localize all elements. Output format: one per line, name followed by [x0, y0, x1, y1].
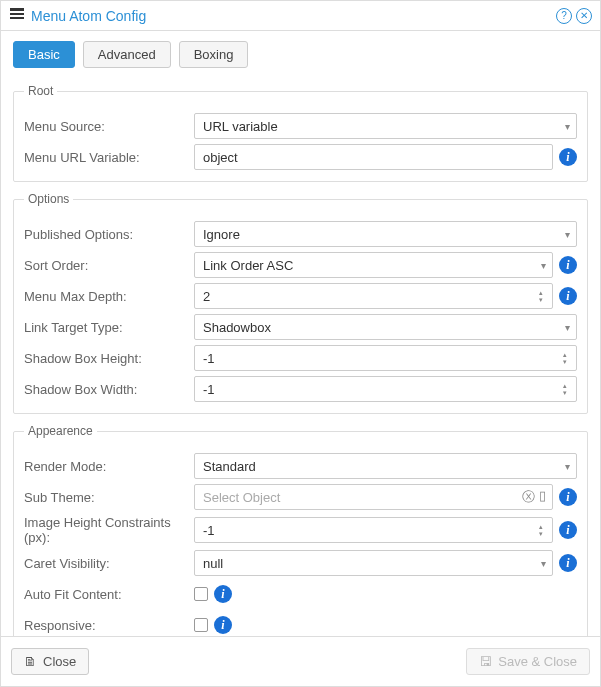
save-icon: 🖫 — [479, 654, 492, 669]
label-link-target-type: Link Target Type: — [24, 320, 194, 335]
chevron-down-icon: ▾ — [565, 121, 570, 132]
group-root: Root Menu Source: URL variable ▾ Menu UR… — [13, 84, 588, 182]
save-close-button[interactable]: 🖫 Save & Close — [466, 648, 590, 675]
group-options-legend: Options — [24, 192, 73, 206]
help-icon[interactable]: ? — [556, 8, 572, 24]
menu-config-icon — [9, 6, 25, 25]
select-published-options[interactable]: Ignore ▾ — [194, 221, 577, 247]
label-menu-source: Menu Source: — [24, 119, 194, 134]
select-caret-visibility[interactable]: null ▾ — [194, 550, 553, 576]
close-button-label: Close — [43, 654, 76, 669]
picker-sub-theme-placeholder: Select Object — [203, 490, 280, 505]
chevron-down-icon: ▾ — [565, 322, 570, 333]
label-shadow-box-height: Shadow Box Height: — [24, 351, 194, 366]
label-shadow-box-width: Shadow Box Width: — [24, 382, 194, 397]
chevron-down-icon: ▾ — [541, 260, 546, 271]
select-render-mode-value: Standard — [203, 459, 256, 474]
select-link-target-type[interactable]: Shadowbox ▾ — [194, 314, 577, 340]
info-icon[interactable]: i — [559, 256, 577, 274]
spin-image-height-constraints-value: -1 — [203, 523, 215, 538]
input-menu-url-variable-value: object — [203, 150, 238, 165]
checkbox-responsive[interactable] — [194, 618, 208, 632]
label-sub-theme: Sub Theme: — [24, 490, 194, 505]
spinner-icon: ▴▾ — [558, 348, 572, 368]
chevron-down-icon: ▾ — [565, 229, 570, 240]
chevron-down-icon: ▾ — [541, 558, 546, 569]
tab-advanced[interactable]: Advanced — [83, 41, 171, 68]
label-render-mode: Render Mode: — [24, 459, 194, 474]
label-menu-url-variable: Menu URL Variable: — [24, 150, 194, 165]
clear-icon[interactable]: ⓧ — [522, 488, 535, 506]
info-icon[interactable]: i — [559, 148, 577, 166]
spin-menu-max-depth[interactable]: 2 ▴▾ — [194, 283, 553, 309]
checkbox-auto-fit-content[interactable] — [194, 587, 208, 601]
select-sort-order[interactable]: Link Order ASC ▾ — [194, 252, 553, 278]
spin-shadow-box-height-value: -1 — [203, 351, 215, 366]
info-icon[interactable]: i — [214, 585, 232, 603]
close-doc-icon: 🗎 — [24, 654, 37, 669]
spinner-icon: ▴▾ — [558, 379, 572, 399]
info-icon[interactable]: i — [214, 616, 232, 634]
group-options: Options Published Options: Ignore ▾ Sort… — [13, 192, 588, 414]
select-menu-source-value: URL variable — [203, 119, 278, 134]
spin-shadow-box-height[interactable]: -1 ▴▾ — [194, 345, 577, 371]
label-auto-fit-content: Auto Fit Content: — [24, 587, 194, 602]
svg-rect-0 — [10, 8, 24, 11]
tab-boxing[interactable]: Boxing — [179, 41, 249, 68]
input-menu-url-variable[interactable]: object — [194, 144, 553, 170]
close-icon[interactable]: ✕ — [576, 8, 592, 24]
group-appearance: Appearence Render Mode: Standard ▾ Sub T… — [13, 424, 588, 636]
label-image-height-constraints: Image Height Constraints (px): — [24, 515, 194, 545]
picker-sub-theme[interactable]: Select Object ⓧ ▯ — [194, 484, 553, 510]
label-published-options: Published Options: — [24, 227, 194, 242]
select-menu-source[interactable]: URL variable ▾ — [194, 113, 577, 139]
select-link-target-type-value: Shadowbox — [203, 320, 271, 335]
chevron-down-icon: ▾ — [565, 461, 570, 472]
label-sort-order: Sort Order: — [24, 258, 194, 273]
label-menu-max-depth: Menu Max Depth: — [24, 289, 194, 304]
spinner-icon: ▴▾ — [534, 286, 548, 306]
spin-menu-max-depth-value: 2 — [203, 289, 210, 304]
spin-image-height-constraints[interactable]: -1 ▴▾ — [194, 517, 553, 543]
tab-strip: Basic Advanced Boxing — [1, 31, 600, 76]
folder-icon[interactable]: ▯ — [539, 488, 546, 506]
label-caret-visibility: Caret Visibility: — [24, 556, 194, 571]
info-icon[interactable]: i — [559, 554, 577, 572]
svg-rect-1 — [10, 13, 24, 15]
tab-basic[interactable]: Basic — [13, 41, 75, 68]
group-root-legend: Root — [24, 84, 57, 98]
label-responsive: Responsive: — [24, 618, 194, 633]
select-sort-order-value: Link Order ASC — [203, 258, 293, 273]
save-close-button-label: Save & Close — [498, 654, 577, 669]
select-published-options-value: Ignore — [203, 227, 240, 242]
spinner-icon: ▴▾ — [534, 520, 548, 540]
group-appearance-legend: Appearence — [24, 424, 97, 438]
info-icon[interactable]: i — [559, 287, 577, 305]
select-caret-visibility-value: null — [203, 556, 223, 571]
select-render-mode[interactable]: Standard ▾ — [194, 453, 577, 479]
spin-shadow-box-width[interactable]: -1 ▴▾ — [194, 376, 577, 402]
info-icon[interactable]: i — [559, 521, 577, 539]
spin-shadow-box-width-value: -1 — [203, 382, 215, 397]
dialog-title: Menu Atom Config — [31, 8, 556, 24]
close-button[interactable]: 🗎 Close — [11, 648, 89, 675]
info-icon[interactable]: i — [559, 488, 577, 506]
svg-rect-2 — [10, 17, 24, 19]
